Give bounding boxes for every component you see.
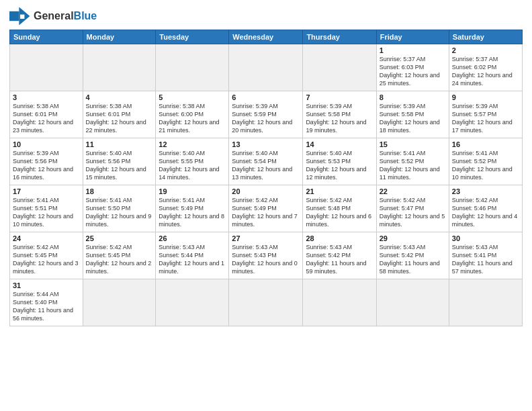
calendar-cell — [229, 44, 303, 91]
calendar-cell: 9Sunrise: 5:39 AM Sunset: 5:57 PM Daylig… — [449, 91, 522, 138]
calendar: SundayMondayTuesdayWednesdayThursdayFrid… — [9, 30, 523, 326]
day-info: Sunrise: 5:40 AM Sunset: 5:54 PM Dayligh… — [232, 149, 300, 182]
day-number: 13 — [232, 140, 300, 148]
calendar-cell: 3Sunrise: 5:38 AM Sunset: 6:01 PM Daylig… — [10, 91, 83, 138]
day-info: Sunrise: 5:40 AM Sunset: 5:56 PM Dayligh… — [86, 149, 153, 182]
calendar-cell: 11Sunrise: 5:40 AM Sunset: 5:56 PM Dayli… — [83, 138, 156, 185]
calendar-week-row: 1Sunrise: 5:37 AM Sunset: 6:03 PM Daylig… — [10, 44, 523, 91]
calendar-cell — [229, 279, 303, 326]
day-info: Sunrise: 5:42 AM Sunset: 5:46 PM Dayligh… — [452, 196, 519, 229]
calendar-cell: 18Sunrise: 5:41 AM Sunset: 5:50 PM Dayli… — [83, 185, 156, 232]
day-number: 29 — [380, 234, 446, 242]
calendar-cell — [303, 279, 376, 326]
day-info: Sunrise: 5:39 AM Sunset: 5:58 PM Dayligh… — [380, 102, 446, 135]
calendar-cell: 14Sunrise: 5:40 AM Sunset: 5:53 PM Dayli… — [303, 138, 376, 185]
calendar-cell: 7Sunrise: 5:39 AM Sunset: 5:58 PM Daylig… — [303, 91, 376, 138]
day-number: 18 — [86, 187, 153, 195]
page: GeneralBlue SundayMondayTuesdayWednesday… — [0, 0, 532, 411]
day-number: 3 — [13, 93, 80, 101]
day-info: Sunrise: 5:37 AM Sunset: 6:03 PM Dayligh… — [380, 55, 446, 88]
calendar-cell: 28Sunrise: 5:43 AM Sunset: 5:42 PM Dayli… — [303, 232, 376, 279]
calendar-week-row: 17Sunrise: 5:41 AM Sunset: 5:51 PM Dayli… — [10, 185, 523, 232]
day-info: Sunrise: 5:41 AM Sunset: 5:52 PM Dayligh… — [380, 149, 446, 182]
calendar-cell: 1Sunrise: 5:37 AM Sunset: 6:03 PM Daylig… — [376, 44, 449, 91]
weekday-header-row: SundayMondayTuesdayWednesdayThursdayFrid… — [10, 30, 523, 44]
day-number: 17 — [13, 187, 80, 195]
day-number: 14 — [306, 140, 373, 148]
day-info: Sunrise: 5:40 AM Sunset: 5:55 PM Dayligh… — [159, 149, 226, 182]
day-info: Sunrise: 5:39 AM Sunset: 5:57 PM Dayligh… — [452, 102, 519, 135]
calendar-cell: 22Sunrise: 5:42 AM Sunset: 5:47 PM Dayli… — [376, 185, 449, 232]
calendar-cell — [83, 279, 156, 326]
calendar-cell: 27Sunrise: 5:43 AM Sunset: 5:43 PM Dayli… — [229, 232, 303, 279]
calendar-cell: 5Sunrise: 5:38 AM Sunset: 6:00 PM Daylig… — [156, 91, 229, 138]
calendar-cell: 16Sunrise: 5:41 AM Sunset: 5:52 PM Dayli… — [449, 138, 522, 185]
day-info: Sunrise: 5:41 AM Sunset: 5:50 PM Dayligh… — [86, 196, 153, 229]
svg-rect-0 — [9, 11, 19, 21]
day-number: 12 — [159, 140, 226, 148]
day-number: 23 — [452, 187, 519, 195]
svg-rect-2 — [20, 15, 24, 19]
calendar-cell: 6Sunrise: 5:39 AM Sunset: 5:59 PM Daylig… — [229, 91, 303, 138]
day-info: Sunrise: 5:43 AM Sunset: 5:43 PM Dayligh… — [232, 243, 300, 276]
logo-text: GeneralBlue — [34, 10, 97, 22]
logo-icon — [9, 7, 31, 26]
day-number: 26 — [159, 234, 226, 242]
weekday-header: Wednesday — [229, 30, 303, 44]
day-info: Sunrise: 5:39 AM Sunset: 5:59 PM Dayligh… — [232, 102, 300, 135]
calendar-cell: 17Sunrise: 5:41 AM Sunset: 5:51 PM Dayli… — [10, 185, 83, 232]
calendar-cell: 10Sunrise: 5:39 AM Sunset: 5:56 PM Dayli… — [10, 138, 83, 185]
calendar-cell: 2Sunrise: 5:37 AM Sunset: 6:02 PM Daylig… — [449, 44, 522, 91]
day-info: Sunrise: 5:39 AM Sunset: 5:56 PM Dayligh… — [13, 149, 80, 182]
day-info: Sunrise: 5:41 AM Sunset: 5:52 PM Dayligh… — [452, 149, 519, 182]
calendar-cell: 15Sunrise: 5:41 AM Sunset: 5:52 PM Dayli… — [376, 138, 449, 185]
day-number: 9 — [452, 93, 519, 101]
day-info: Sunrise: 5:43 AM Sunset: 5:42 PM Dayligh… — [306, 243, 373, 276]
calendar-cell — [10, 44, 83, 91]
calendar-week-row: 31Sunrise: 5:44 AM Sunset: 5:40 PM Dayli… — [10, 279, 523, 326]
calendar-cell: 31Sunrise: 5:44 AM Sunset: 5:40 PM Dayli… — [10, 279, 83, 326]
day-number: 8 — [380, 93, 446, 101]
day-number: 5 — [159, 93, 226, 101]
calendar-cell — [83, 44, 156, 91]
day-number: 10 — [13, 140, 80, 148]
calendar-cell: 20Sunrise: 5:42 AM Sunset: 5:49 PM Dayli… — [229, 185, 303, 232]
day-number: 19 — [159, 187, 226, 195]
day-info: Sunrise: 5:38 AM Sunset: 6:01 PM Dayligh… — [86, 102, 153, 135]
calendar-cell — [156, 44, 229, 91]
day-info: Sunrise: 5:43 AM Sunset: 5:41 PM Dayligh… — [452, 243, 519, 276]
day-number: 25 — [86, 234, 153, 242]
day-info: Sunrise: 5:41 AM Sunset: 5:51 PM Dayligh… — [13, 196, 80, 229]
day-number: 7 — [306, 93, 373, 101]
weekday-header: Saturday — [449, 30, 522, 44]
day-info: Sunrise: 5:43 AM Sunset: 5:42 PM Dayligh… — [380, 243, 446, 276]
calendar-cell: 4Sunrise: 5:38 AM Sunset: 6:01 PM Daylig… — [83, 91, 156, 138]
day-number: 15 — [380, 140, 446, 148]
day-info: Sunrise: 5:44 AM Sunset: 5:40 PM Dayligh… — [13, 290, 80, 323]
weekday-header: Monday — [83, 30, 156, 44]
weekday-header: Thursday — [303, 30, 376, 44]
day-info: Sunrise: 5:37 AM Sunset: 6:02 PM Dayligh… — [452, 55, 519, 88]
calendar-cell: 8Sunrise: 5:39 AM Sunset: 5:58 PM Daylig… — [376, 91, 449, 138]
calendar-week-row: 10Sunrise: 5:39 AM Sunset: 5:56 PM Dayli… — [10, 138, 523, 185]
calendar-cell — [303, 44, 376, 91]
day-number: 16 — [452, 140, 519, 148]
day-info: Sunrise: 5:39 AM Sunset: 5:58 PM Dayligh… — [306, 102, 373, 135]
calendar-cell: 23Sunrise: 5:42 AM Sunset: 5:46 PM Dayli… — [449, 185, 522, 232]
calendar-cell: 25Sunrise: 5:42 AM Sunset: 5:45 PM Dayli… — [83, 232, 156, 279]
calendar-cell — [449, 279, 522, 326]
calendar-cell: 30Sunrise: 5:43 AM Sunset: 5:41 PM Dayli… — [449, 232, 522, 279]
day-number: 4 — [86, 93, 153, 101]
day-number: 20 — [232, 187, 300, 195]
calendar-cell: 12Sunrise: 5:40 AM Sunset: 5:55 PM Dayli… — [156, 138, 229, 185]
day-number: 21 — [306, 187, 373, 195]
day-number: 22 — [380, 187, 446, 195]
calendar-cell: 13Sunrise: 5:40 AM Sunset: 5:54 PM Dayli… — [229, 138, 303, 185]
day-info: Sunrise: 5:38 AM Sunset: 6:00 PM Dayligh… — [159, 102, 226, 135]
day-number: 6 — [232, 93, 300, 101]
day-info: Sunrise: 5:40 AM Sunset: 5:53 PM Dayligh… — [306, 149, 373, 182]
day-number: 1 — [380, 46, 446, 54]
day-info: Sunrise: 5:42 AM Sunset: 5:47 PM Dayligh… — [380, 196, 446, 229]
day-info: Sunrise: 5:42 AM Sunset: 5:45 PM Dayligh… — [13, 243, 80, 276]
day-number: 2 — [452, 46, 519, 54]
